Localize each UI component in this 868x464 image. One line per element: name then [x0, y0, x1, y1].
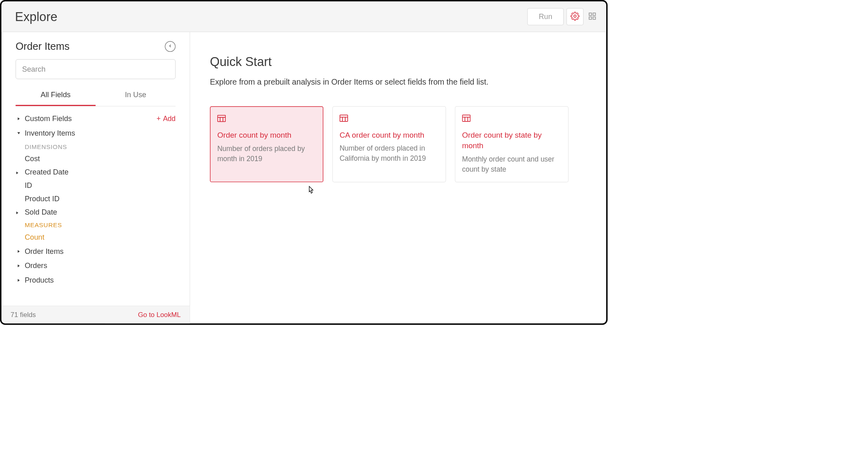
- quick-start-cards: Order count by month Number of orders pl…: [210, 106, 586, 182]
- explore-name: Order Items: [16, 40, 70, 52]
- tab-all-fields[interactable]: All Fields: [16, 87, 96, 106]
- svg-marker-6: [17, 132, 20, 134]
- field-product-id[interactable]: Product ID: [16, 192, 176, 206]
- svg-rect-16: [340, 115, 348, 121]
- caret-right-icon: [16, 249, 22, 253]
- products-row[interactable]: Products: [16, 273, 176, 287]
- explore-window: Explore Run Order Items: [0, 0, 607, 325]
- plus-icon: +: [156, 115, 160, 123]
- custom-fields-row[interactable]: Custom Fields + Add: [16, 111, 176, 126]
- field-count: 71 fields: [11, 311, 36, 319]
- card-description: Number of orders placed by month in 2019: [217, 144, 316, 164]
- orders-row[interactable]: Orders: [16, 258, 176, 273]
- add-custom-field-button[interactable]: + Add: [156, 115, 175, 123]
- measures-header: MEASURES: [16, 219, 176, 230]
- gear-icon: [571, 11, 579, 21]
- run-button[interactable]: Run: [527, 8, 564, 25]
- table-icon: [462, 115, 561, 123]
- go-to-lookml-link[interactable]: Go to LookML: [138, 311, 181, 319]
- svg-rect-2: [593, 13, 595, 15]
- header-actions: Run: [527, 8, 598, 25]
- field-id[interactable]: ID: [16, 179, 176, 192]
- field-created-date[interactable]: Created Date: [16, 166, 176, 179]
- quick-start-description: Explore from a prebuilt analysis in Orde…: [210, 77, 586, 86]
- svg-marker-9: [18, 250, 20, 253]
- svg-marker-8: [16, 211, 18, 214]
- card-title: Order count by month: [217, 130, 316, 140]
- collapse-sidebar-button[interactable]: [165, 41, 176, 52]
- body: Order Items All Fields In Use: [2, 32, 606, 324]
- quick-start-card[interactable]: Order count by month Number of orders pl…: [210, 106, 323, 182]
- custom-fields-label: Custom Fields: [25, 114, 72, 123]
- svg-rect-1: [589, 13, 592, 15]
- svg-marker-7: [16, 172, 18, 175]
- grid-icon: [588, 12, 596, 21]
- svg-rect-12: [218, 115, 225, 122]
- field-cost[interactable]: Cost: [16, 152, 176, 166]
- field-count[interactable]: Count: [16, 231, 176, 244]
- svg-marker-11: [18, 279, 20, 282]
- caret-right-icon: [16, 279, 22, 282]
- card-title: CA order count by month: [340, 130, 439, 140]
- caret-right-icon: [16, 264, 22, 267]
- chevron-left-icon: [168, 44, 172, 49]
- sidebar-footer: 71 fields Go to LookML: [2, 306, 190, 323]
- main-content: Quick Start Explore from a prebuilt anal…: [190, 32, 606, 324]
- quick-start-card[interactable]: CA order count by month Number of orders…: [332, 106, 446, 182]
- card-description: Number of orders placed in California by…: [340, 143, 439, 163]
- page-title: Explore: [15, 9, 57, 23]
- add-label: Add: [163, 115, 175, 123]
- settings-button[interactable]: [567, 8, 584, 25]
- svg-rect-20: [462, 115, 470, 121]
- caret-right-icon: [16, 208, 22, 217]
- order-items-row[interactable]: Order Items: [16, 244, 176, 259]
- table-icon: [340, 115, 439, 123]
- svg-rect-4: [593, 17, 595, 19]
- table-icon: [217, 115, 316, 123]
- inventory-items-row[interactable]: Inventory Items: [16, 126, 176, 140]
- card-description: Monthly order count and user count by st…: [462, 154, 561, 174]
- caret-down-icon: [16, 131, 22, 134]
- caret-right-icon: [16, 117, 22, 120]
- svg-point-0: [574, 15, 576, 17]
- caret-right-icon: [16, 168, 22, 177]
- svg-marker-5: [18, 117, 20, 120]
- header-bar: Explore Run: [2, 2, 606, 32]
- svg-marker-10: [18, 264, 20, 267]
- tab-in-use[interactable]: In Use: [96, 87, 175, 106]
- field-tabs: All Fields In Use: [16, 87, 176, 106]
- dimensions-header: DIMENSIONS: [16, 140, 176, 152]
- quick-start-card[interactable]: Order count by state by month Monthly or…: [455, 106, 569, 182]
- sidebar-head: Order Items: [16, 40, 176, 52]
- dashboard-grid-button[interactable]: [586, 8, 598, 25]
- inventory-items-label: Inventory Items: [25, 129, 75, 138]
- quick-start-title: Quick Start: [210, 55, 586, 69]
- field-tree: Custom Fields + Add Inventory Items DIME…: [16, 111, 176, 287]
- field-sidebar: Order Items All Fields In Use: [2, 32, 190, 324]
- card-title: Order count by state by month: [462, 130, 561, 151]
- svg-rect-3: [589, 17, 592, 19]
- field-sold-date[interactable]: Sold Date: [16, 206, 176, 219]
- search-input[interactable]: [16, 59, 176, 79]
